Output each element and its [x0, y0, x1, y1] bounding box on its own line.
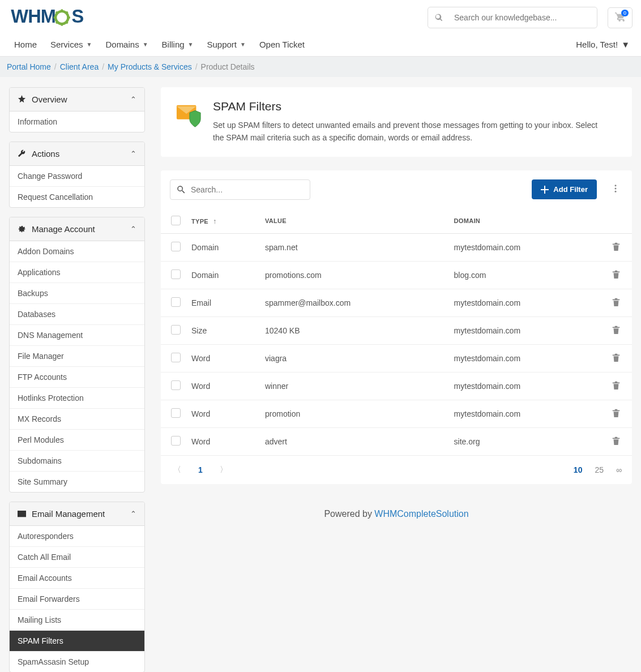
trash-icon — [612, 325, 621, 334]
logo[interactable]: WHM S — [8, 7, 110, 28]
sidebar-item-file-manager[interactable]: File Manager — [10, 345, 144, 366]
sidebar-item-backups[interactable]: Backups — [10, 283, 144, 303]
chevron-up-icon: ⌃ — [130, 149, 136, 158]
sidebar-item-change-password[interactable]: Change Password — [10, 166, 144, 186]
cell-value: advert — [260, 427, 450, 455]
cell-value: spam.net — [260, 233, 450, 261]
page-description: Set up SPAM filters to detect unwanted e… — [213, 119, 598, 144]
table-search-input[interactable] — [191, 185, 304, 194]
row-checkbox[interactable] — [171, 269, 181, 279]
cell-value: viagra — [260, 344, 450, 372]
row-checkbox[interactable] — [171, 242, 181, 251]
sidebar-item-email-accounts[interactable]: Email Accounts — [10, 567, 144, 588]
footer-link[interactable]: WHMCompleteSolution — [374, 509, 468, 519]
page-size-10[interactable]: 10 — [574, 465, 583, 474]
sidebar-item-spam-filters[interactable]: SPAM Filters — [10, 630, 144, 651]
panel-header-actions[interactable]: Actions⌃ — [10, 142, 144, 166]
row-checkbox[interactable] — [171, 380, 181, 390]
row-checkbox[interactable] — [171, 436, 181, 446]
trash-icon — [612, 408, 621, 417]
caret-down-icon: ▼ — [87, 41, 92, 48]
sidebar-item-dns-management[interactable]: DNS Management — [10, 324, 144, 345]
sidebar-item-information[interactable]: Information — [10, 112, 144, 132]
delete-button[interactable] — [612, 382, 621, 391]
page-size-25[interactable]: 25 — [595, 465, 604, 474]
prev-page-button[interactable]: 〈 — [171, 463, 183, 477]
page-size-∞[interactable]: ∞ — [616, 465, 622, 474]
column-type[interactable]: TYPE↑ — [187, 209, 260, 234]
chevron-up-icon: ⌃ — [130, 510, 136, 518]
nav-support[interactable]: Support▼ — [201, 33, 251, 56]
delete-button[interactable] — [612, 271, 621, 280]
sidebar-item-catch-all-email[interactable]: Catch All Email — [10, 546, 144, 567]
trash-icon — [612, 269, 621, 279]
sidebar-item-mailing-lists[interactable]: Mailing Lists — [10, 609, 144, 630]
nav-billing[interactable]: Billing▼ — [156, 33, 199, 56]
sidebar-item-spamassasin-setup[interactable]: SpamAssasin Setup — [10, 651, 144, 672]
user-menu[interactable]: Hello, Test!▼ — [573, 33, 633, 56]
more-menu-button[interactable] — [608, 181, 623, 198]
sidebar-item-applications[interactable]: Applications — [10, 262, 144, 283]
row-checkbox[interactable] — [171, 297, 181, 307]
delete-button[interactable] — [612, 438, 621, 447]
sidebar-item-autoresponders[interactable]: Autoresponders — [10, 526, 144, 546]
select-all-checkbox[interactable] — [171, 216, 181, 225]
add-filter-button[interactable]: Add Filter — [532, 179, 597, 199]
cell-value: winner — [260, 372, 450, 400]
table-row: Wordwinnermytestdomain.com — [161, 372, 632, 400]
kb-search[interactable] — [428, 7, 597, 28]
row-checkbox[interactable] — [171, 353, 181, 362]
sidebar-item-hotlinks-protection[interactable]: Hotlinks Protection — [10, 387, 144, 408]
row-checkbox[interactable] — [171, 325, 181, 335]
column-value[interactable]: VALUE — [260, 209, 450, 234]
breadcrumb-item[interactable]: Portal Home — [7, 62, 51, 71]
nav-home[interactable]: Home — [8, 33, 42, 56]
delete-button[interactable] — [612, 243, 621, 252]
nav-open-ticket[interactable]: Open Ticket — [254, 33, 310, 56]
kb-search-input[interactable] — [454, 13, 590, 22]
sidebar-item-ftp-accounts[interactable]: FTP Accounts — [10, 366, 144, 387]
nav-domains[interactable]: Domains▼ — [100, 33, 153, 56]
delete-button[interactable] — [612, 299, 621, 308]
panel-header-email-management[interactable]: Email Management⌃ — [10, 502, 144, 526]
spam-filter-icon — [176, 102, 202, 128]
cell-value: spammer@mailbox.com — [260, 289, 450, 316]
panel-header-manage-account[interactable]: Manage Account⌃ — [10, 217, 144, 241]
cell-type: Word — [187, 372, 260, 400]
delete-button[interactable] — [612, 327, 621, 336]
breadcrumb-item[interactable]: My Products & Services — [108, 62, 192, 71]
svg-line-7 — [66, 22, 67, 23]
cell-domain: mytestdomain.com — [450, 344, 600, 372]
svg-line-8 — [56, 22, 58, 23]
sidebar-item-request-cancellation[interactable]: Request Cancellation — [10, 186, 144, 207]
breadcrumb-item[interactable]: Client Area — [60, 62, 99, 71]
panel-header-overview[interactable]: Overview⌃ — [10, 88, 144, 112]
delete-button[interactable] — [612, 354, 621, 363]
cell-domain: mytestdomain.com — [450, 289, 600, 316]
cart-button[interactable]: 0 — [608, 7, 633, 28]
sidebar-item-email-forwarders[interactable]: Email Forwarders — [10, 588, 144, 609]
breadcrumb: Portal Home/Client Area/My Products & Se… — [0, 56, 641, 77]
svg-point-15 — [615, 191, 617, 192]
next-page-button[interactable]: 〉 — [217, 463, 230, 477]
svg-point-13 — [615, 185, 617, 187]
sidebar-item-perl-modules[interactable]: Perl Modules — [10, 429, 144, 450]
sidebar-item-subdomains[interactable]: Subdomains — [10, 450, 144, 471]
nav-services[interactable]: Services▼ — [45, 33, 97, 56]
cell-value: promotions.com — [260, 261, 450, 289]
sidebar-item-site-summary[interactable]: Site Summary — [10, 471, 144, 492]
delete-button[interactable] — [612, 410, 621, 419]
page-number[interactable]: 1 — [195, 463, 206, 477]
svg-point-10 — [59, 15, 65, 20]
sidebar-item-mx-records[interactable]: MX Records — [10, 408, 144, 429]
cell-domain: mytestdomain.com — [450, 316, 600, 344]
sidebar-item-databases[interactable]: Databases — [10, 303, 144, 324]
gear-icon — [18, 225, 26, 233]
filters-card: Add Filter TYPE↑ VALUE DOMAIN — [161, 170, 632, 484]
table-search[interactable] — [170, 179, 310, 200]
sidebar-item-addon-domains[interactable]: Addon Domains — [10, 241, 144, 262]
chevron-up-icon: ⌃ — [130, 225, 136, 233]
row-checkbox[interactable] — [171, 408, 181, 418]
cell-domain: blog.com — [450, 261, 600, 289]
column-domain[interactable]: DOMAIN — [450, 209, 600, 234]
